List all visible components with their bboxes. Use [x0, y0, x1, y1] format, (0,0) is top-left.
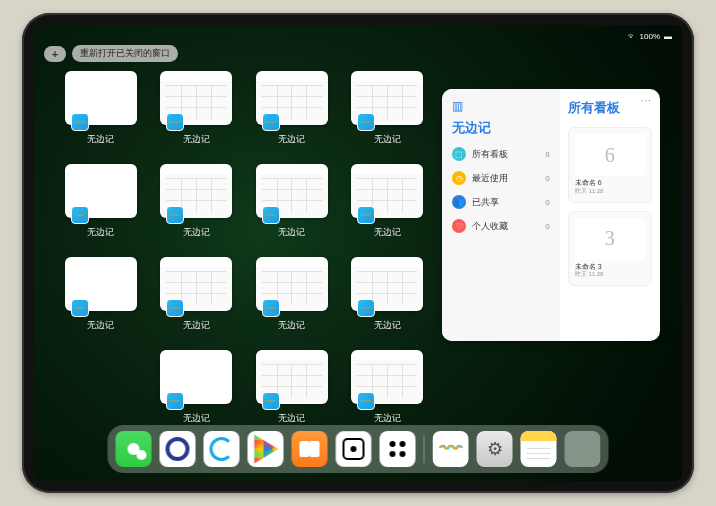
window-thumbnail[interactable]: [160, 164, 232, 218]
switcher-cell[interactable]: 无边记: [160, 164, 234, 239]
freeform-app-icon: [71, 113, 89, 131]
freeform-app-icon: [262, 299, 280, 317]
switcher-cell[interactable]: 无边记: [64, 164, 138, 239]
board-name: 未命名 6: [575, 179, 645, 187]
reopen-closed-window-button[interactable]: 重新打开已关闭的窗口: [72, 45, 178, 62]
more-icon[interactable]: ···: [641, 95, 652, 106]
dock-app-quark[interactable]: [160, 431, 196, 467]
switcher-cell[interactable]: 无边记: [255, 164, 329, 239]
window-thumbnail[interactable]: [351, 257, 423, 311]
board-card[interactable]: 6 未命名 6 昨天 11:28: [568, 127, 652, 203]
dock: ⚙: [108, 425, 609, 473]
board-thumbnail: 6: [575, 134, 645, 176]
top-bar: + 重新打开已关闭的窗口: [44, 45, 178, 62]
window-thumbnail[interactable]: [351, 164, 423, 218]
dock-app-freeform[interactable]: [433, 431, 469, 467]
dock-app-ali[interactable]: [204, 431, 240, 467]
sidebar-item-count: 8: [545, 150, 549, 159]
window-label: 无边记: [87, 319, 114, 332]
window-thumbnail[interactable]: [65, 71, 137, 125]
sidebar-item-label: 最近使用: [472, 172, 539, 185]
window-thumbnail[interactable]: [351, 350, 423, 404]
board-thumbnail: 3: [575, 218, 645, 260]
dock-app-wechat[interactable]: [116, 431, 152, 467]
window-label: 无边记: [374, 226, 401, 239]
switcher-cell[interactable]: 无边记: [160, 71, 234, 146]
status-bar: ᯤ 100% ▬: [34, 29, 682, 43]
sidebar-item[interactable]: 👥 已共享 0: [452, 195, 550, 209]
switcher-cell[interactable]: 无边记: [160, 257, 234, 332]
freeform-app-icon: [357, 299, 375, 317]
window-label: 无边记: [87, 226, 114, 239]
sidebar-item-icon: ♡: [452, 219, 466, 233]
window-thumbnail[interactable]: [256, 71, 328, 125]
switcher-cell[interactable]: 无边记: [255, 257, 329, 332]
window-thumbnail[interactable]: [256, 350, 328, 404]
sidebar-item-label: 已共享: [472, 196, 539, 209]
app-switcher-grid: 无边记无边记无边记无边记无边记无边记无边记无边记无边记无边记无边记无边记无边记无…: [64, 71, 424, 425]
dock-app-books[interactable]: [292, 431, 328, 467]
freeform-app-icon: [262, 113, 280, 131]
freeform-sidebar: ▥ 无边记 ⬚ 所有看板 8◷ 最近使用 0👥 已共享 0♡ 个人收藏 0: [442, 89, 560, 341]
switcher-cell[interactable]: 无边记: [255, 71, 329, 146]
window-thumbnail[interactable]: [256, 164, 328, 218]
window-thumbnail[interactable]: [256, 257, 328, 311]
sidebar-item[interactable]: ⬚ 所有看板 8: [452, 147, 550, 161]
switcher-cell[interactable]: 无边记: [351, 257, 425, 332]
switcher-cell[interactable]: 无边记: [160, 350, 234, 425]
window-label: 无边记: [278, 412, 305, 425]
dock-app-clover[interactable]: [380, 431, 416, 467]
sidebar-item-count: 0: [545, 198, 549, 207]
freeform-app-icon: [262, 392, 280, 410]
dock-app-dot[interactable]: [336, 431, 372, 467]
sidebar-item[interactable]: ◷ 最近使用 0: [452, 171, 550, 185]
window-thumbnail[interactable]: [65, 257, 137, 311]
window-label: 无边记: [374, 319, 401, 332]
freeform-app-icon: [357, 392, 375, 410]
window-thumbnail[interactable]: [160, 350, 232, 404]
dock-app-notes[interactable]: [521, 431, 557, 467]
freeform-app-icon: [166, 206, 184, 224]
window-label: 无边记: [183, 412, 210, 425]
switcher-cell[interactable]: 无边记: [351, 164, 425, 239]
sidebar-item-label: 个人收藏: [472, 220, 539, 233]
freeform-app-icon: [71, 299, 89, 317]
dock-app-play[interactable]: [248, 431, 284, 467]
freeform-window[interactable]: ··· ▥ 无边记 ⬚ 所有看板 8◷ 最近使用 0👥 已共享 0♡ 个人收藏 …: [442, 89, 660, 341]
status-right: ᯤ 100% ▬: [628, 29, 672, 43]
battery-icon: ▬: [664, 32, 672, 41]
dock-app-multi[interactable]: [565, 431, 601, 467]
freeform-boards-panel: 所有看板 6 未命名 6 昨天 11:283 未命名 3 昨天 11:28: [560, 89, 660, 341]
freeform-title: 无边记: [452, 119, 550, 137]
window-label: 无边记: [374, 412, 401, 425]
window-thumbnail[interactable]: [160, 71, 232, 125]
switcher-cell[interactable]: 无边记: [64, 71, 138, 146]
switcher-cell[interactable]: 无边记: [351, 350, 425, 425]
sidebar-item-icon: 👥: [452, 195, 466, 209]
switcher-cell[interactable]: 无边记: [64, 257, 138, 332]
board-card[interactable]: 3 未命名 3 昨天 11:28: [568, 211, 652, 287]
freeform-app-icon: [166, 299, 184, 317]
sidebar-item[interactable]: ♡ 个人收藏 0: [452, 219, 550, 233]
freeform-app-icon: [357, 206, 375, 224]
window-thumbnail[interactable]: [160, 257, 232, 311]
wifi-icon: ᯤ: [628, 32, 636, 41]
sidebar-item-icon: ◷: [452, 171, 466, 185]
sidebar-item-count: 0: [545, 222, 549, 231]
switcher-cell[interactable]: 无边记: [255, 350, 329, 425]
sidebar-toggle-icon[interactable]: ▥: [452, 99, 550, 113]
battery-label: 100%: [640, 32, 660, 41]
boards-title: 所有看板: [568, 99, 652, 117]
freeform-app-icon: [166, 392, 184, 410]
window-label: 无边记: [278, 226, 305, 239]
window-thumbnail[interactable]: [65, 164, 137, 218]
sidebar-item-label: 所有看板: [472, 148, 539, 161]
new-window-button[interactable]: +: [44, 46, 66, 62]
freeform-app-icon: [357, 113, 375, 131]
board-time: 昨天 11:28: [575, 187, 645, 196]
screen: ᯤ 100% ▬ + 重新打开已关闭的窗口 无边记无边记无边记无边记无边记无边记…: [34, 25, 682, 481]
dock-app-settings[interactable]: ⚙: [477, 431, 513, 467]
switcher-cell[interactable]: 无边记: [351, 71, 425, 146]
window-label: 无边记: [183, 226, 210, 239]
window-thumbnail[interactable]: [351, 71, 423, 125]
